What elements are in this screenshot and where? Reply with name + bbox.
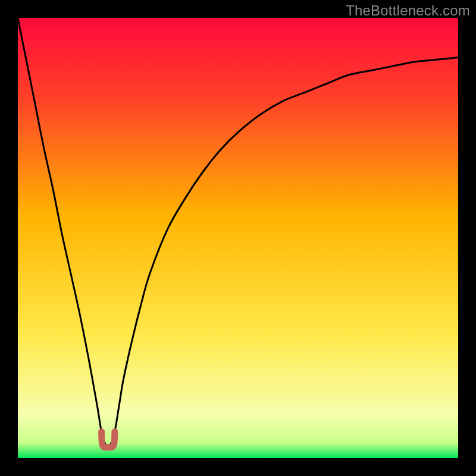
plot-area xyxy=(18,18,458,458)
watermark-text: TheBottleneck.com xyxy=(346,2,470,19)
gradient-background xyxy=(18,18,458,458)
plot-svg xyxy=(18,18,458,458)
chart-frame: TheBottleneck.com xyxy=(0,0,476,476)
